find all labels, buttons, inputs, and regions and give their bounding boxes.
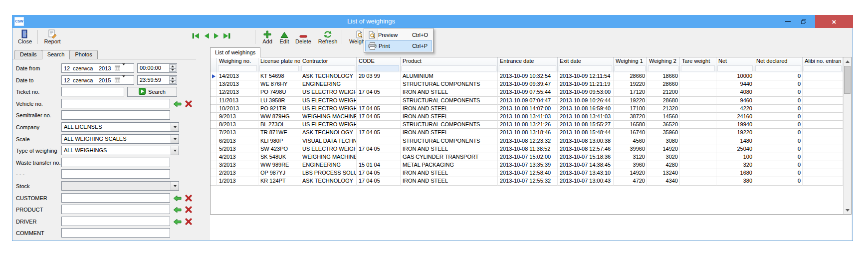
- table-row[interactable]: 5/2013SW 423POUS ELECTRO WEIGH17 04 05IR…: [211, 145, 843, 153]
- grid-cell[interactable]: 2013-10-07 14:38:45: [558, 161, 614, 169]
- grid-cell[interactable]: 1/2013: [217, 177, 258, 185]
- grid-cell[interactable]: US ELECTRO WEIGH: [300, 88, 357, 96]
- grid-cell[interactable]: [357, 80, 401, 88]
- grid-cell[interactable]: 4280: [647, 161, 680, 169]
- column-header-tare-weight[interactable]: Tare weight: [680, 57, 716, 72]
- grid-cell[interactable]: 17 04 05: [357, 105, 401, 113]
- grid-cell[interactable]: IRON AND STEEL: [401, 169, 498, 177]
- grid-cell[interactable]: 5/2013: [217, 145, 258, 153]
- column-header-weighing-no[interactable]: Weighing no.: [217, 57, 258, 72]
- grid-cell[interactable]: 4560: [614, 137, 647, 145]
- grid-cell[interactable]: 2013-10-08 13:41:03: [558, 113, 614, 121]
- grid-cell[interactable]: ASK TECHNOLOGY: [300, 177, 357, 185]
- grid-cell[interactable]: [803, 105, 843, 113]
- grid-cell[interactable]: 3020: [647, 153, 680, 161]
- grid-cell[interactable]: [357, 153, 401, 161]
- grid-cell[interactable]: 2013-10-07 13:00:43: [558, 177, 614, 185]
- grid-cell[interactable]: 19220: [716, 129, 754, 137]
- vehicle-no-input[interactable]: [61, 99, 170, 108]
- grid-cell[interactable]: 2013-10-08 13:18:46: [498, 129, 558, 137]
- grid-cell[interactable]: 21200: [647, 88, 680, 96]
- grid-cell[interactable]: [803, 97, 843, 105]
- table-row[interactable]: 1/2013KR 124PTASK TECHNOLOGY17 04 05IRON…: [211, 177, 843, 185]
- table-row[interactable]: 11/2013LU 3958RUS ELECTRO WEIGHSTRUCTURA…: [211, 97, 843, 105]
- grid-cell[interactable]: 2013-10-09 10:26:44: [558, 97, 614, 105]
- search-button[interactable]: Search: [127, 87, 177, 97]
- column-filter-box[interactable]: [402, 65, 496, 71]
- grid-cell[interactable]: [803, 145, 843, 153]
- menu-item-print[interactable]: Print Ctrl+P: [365, 40, 432, 51]
- column-header-weighing-1[interactable]: Weighing 1: [614, 57, 647, 72]
- grid-cell[interactable]: 14920: [614, 169, 647, 177]
- grid-cell[interactable]: 17 04 05: [357, 145, 401, 153]
- grid-cell[interactable]: 2013-10-07 15:02:00: [498, 153, 558, 161]
- column-filter-box[interactable]: [259, 65, 299, 71]
- grid-cell[interactable]: 6/2013: [217, 137, 258, 145]
- edit-button[interactable]: Edit: [277, 29, 292, 45]
- window-close-button[interactable]: ×: [815, 15, 853, 28]
- grid-cell[interactable]: 2013-10-08 13:21:26: [498, 121, 558, 129]
- grid-cell[interactable]: SK 548UK: [258, 153, 300, 161]
- table-row[interactable]: 12/2013PO 7498UUS ELECTRO WEIGH17 04 05I…: [211, 88, 843, 96]
- grid-cell[interactable]: [680, 177, 716, 185]
- grid-cell[interactable]: IRON AND STEEL: [401, 113, 498, 121]
- grid-cell[interactable]: 7/2013: [217, 129, 258, 137]
- report-button[interactable]: Report: [40, 29, 64, 45]
- grid-cell[interactable]: 2013-10-08 15:48:44: [558, 129, 614, 137]
- grid-cell[interactable]: [680, 121, 716, 129]
- grid-cell[interactable]: 0: [754, 113, 803, 121]
- grid-cell[interactable]: IRON AND STEEL: [401, 88, 498, 96]
- grid-cell[interactable]: 100: [716, 153, 754, 161]
- grid-cell[interactable]: 16580: [614, 121, 647, 129]
- grid-cell[interactable]: 11/2013: [217, 97, 258, 105]
- grid-cell[interactable]: 20 03 99: [357, 72, 401, 80]
- grid-cell[interactable]: 17 04 05: [357, 169, 401, 177]
- grid-cell[interactable]: 2013-10-09 09:53:00: [558, 88, 614, 96]
- grid-cell[interactable]: US ELECTRO WEIGH: [300, 145, 357, 153]
- grid-cell[interactable]: 10000: [716, 72, 754, 80]
- time-from-input[interactable]: 00:00:00: [137, 63, 177, 73]
- pick-arrow-icon[interactable]: [173, 194, 182, 202]
- grid-cell[interactable]: [803, 72, 843, 80]
- grid-cell[interactable]: 16740: [614, 129, 647, 137]
- grid-cell[interactable]: 28660: [647, 80, 680, 88]
- dropdown-arrow-icon[interactable]: [171, 182, 179, 190]
- grid-cell[interactable]: 19220: [614, 80, 647, 88]
- vertical-scrollbar[interactable]: [843, 57, 851, 214]
- column-header-net-declared[interactable]: Net declared: [754, 57, 803, 72]
- customer-input[interactable]: [61, 193, 170, 203]
- grid-cell[interactable]: 4340: [647, 177, 680, 185]
- grid-cell[interactable]: VISUAL DATA TECHNOLO: [300, 137, 357, 145]
- grid-cell[interactable]: 4220: [716, 105, 754, 113]
- grid-cell[interactable]: 0: [754, 169, 803, 177]
- tab-search[interactable]: Search: [42, 50, 70, 59]
- grid-cell[interactable]: [803, 177, 843, 185]
- grid-cell[interactable]: 13240: [647, 169, 680, 177]
- time-from-spinner[interactable]: [169, 64, 176, 72]
- grid-cell[interactable]: ALUMINIUM: [401, 72, 498, 80]
- column-header-alibi-no-entran[interactable]: Alibi no. entran: [803, 57, 843, 72]
- grid-cell[interactable]: US ELECTRO WEIGH: [300, 97, 357, 105]
- grid-cell[interactable]: 320: [716, 161, 754, 169]
- grid-cell[interactable]: WW 879HG: [258, 113, 300, 121]
- grid-cell[interactable]: 2013-10-09 07:04:47: [498, 97, 558, 105]
- calendar-icon[interactable]: [115, 77, 120, 83]
- pick-arrow-icon[interactable]: [173, 206, 182, 214]
- nav-prev-button[interactable]: [202, 32, 211, 40]
- column-header-weighing-2[interactable]: Weighing 2: [647, 57, 680, 72]
- column-filter-box[interactable]: [218, 65, 257, 71]
- driver-input[interactable]: [61, 217, 170, 226]
- grid-cell[interactable]: WEIGHING MACHINES: [300, 113, 357, 121]
- grid-cell[interactable]: WE 876HY: [258, 80, 300, 88]
- grid-cell[interactable]: 9440: [716, 80, 754, 88]
- grid-cell[interactable]: 14560: [647, 113, 680, 121]
- grid-cell[interactable]: 2013-10-09 10:32:54: [498, 72, 558, 80]
- calendar-icon[interactable]: [115, 65, 120, 71]
- grid-cell[interactable]: KT 54698: [258, 72, 300, 80]
- grid-cell[interactable]: 17 04 05: [357, 113, 401, 121]
- column-filter-box[interactable]: [648, 65, 678, 71]
- grid-cell[interactable]: STRUCTURAL COMPONENTS: [401, 97, 498, 105]
- grid-cell[interactable]: 0: [754, 97, 803, 105]
- grid-cell[interactable]: 2013-10-07 15:18:36: [558, 153, 614, 161]
- grid-cell[interactable]: [680, 145, 716, 153]
